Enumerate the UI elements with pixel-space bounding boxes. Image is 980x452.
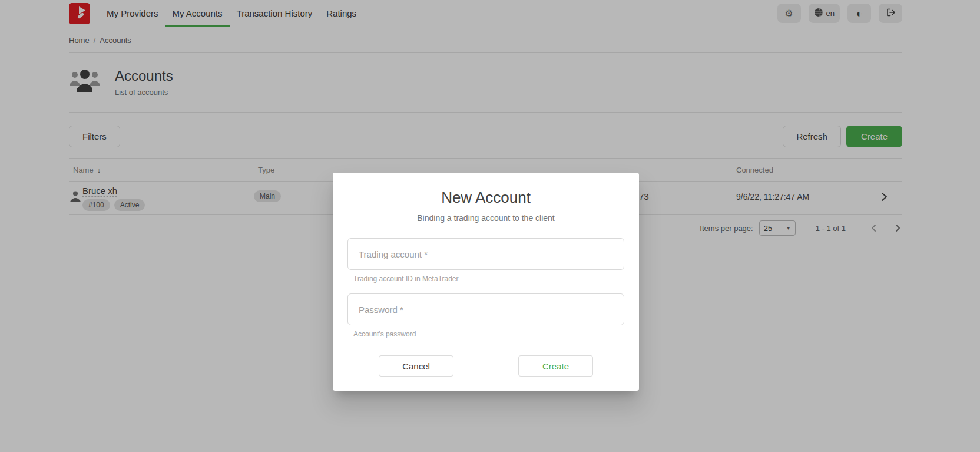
password-helper: Account's password <box>353 330 624 338</box>
password-input[interactable] <box>347 293 624 325</box>
modal-cancel-button[interactable]: Cancel <box>379 355 453 377</box>
modal-title: New Account <box>333 189 639 207</box>
trading-account-input[interactable] <box>347 238 624 270</box>
trading-account-helper: Trading account ID in MetaTrader <box>353 275 624 283</box>
trading-account-field-group: Trading account ID in MetaTrader <box>347 238 624 283</box>
modal-subtitle: Binding a trading account to the client <box>333 213 639 223</box>
new-account-modal: New Account Binding a trading account to… <box>333 173 639 391</box>
modal-create-button[interactable]: Create <box>518 355 593 377</box>
password-field-group: Account's password <box>347 293 624 338</box>
